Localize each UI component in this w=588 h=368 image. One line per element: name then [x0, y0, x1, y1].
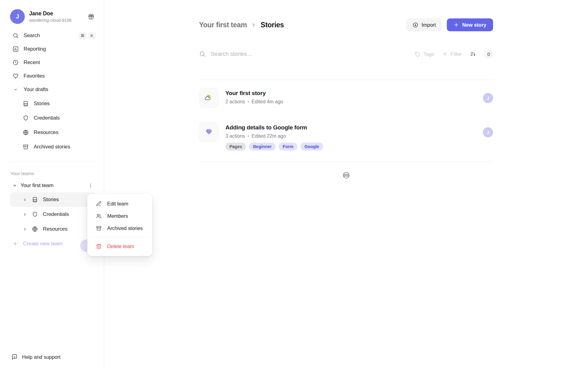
archive-icon [23, 144, 29, 150]
globe-icon [23, 129, 29, 136]
tags-label: Tags [423, 51, 434, 57]
teams-section-label: Your teams [10, 171, 96, 176]
chevron-right-icon [251, 22, 256, 28]
stories-toolbar: Tags Filter 0 [199, 47, 493, 61]
sidebar-item-label: Resources [34, 129, 96, 136]
pencil-icon [96, 201, 102, 207]
archive-icon [96, 225, 102, 231]
main-area: Your first team Stories Import N [104, 0, 588, 368]
story-edited-time: Edited 22m ago [252, 133, 286, 139]
page-title: Stories [261, 21, 284, 29]
sidebar-item-drafts-archived[interactable]: Archived stories [10, 140, 96, 154]
sidebar-item-reporting[interactable]: Reporting [10, 42, 96, 56]
story-thumbnail [199, 122, 219, 142]
purple-heart-icon [204, 127, 214, 137]
sidebar-item-drafts-resources[interactable]: Resources [10, 125, 96, 140]
meta-dot [248, 136, 249, 137]
chevron-right-icon[interactable] [23, 198, 27, 202]
story-row-your-first-story[interactable]: Your first story 2 actions Edited 4m ago… [199, 80, 493, 114]
sun-behind-cloud-icon [204, 93, 214, 103]
team-options-kebab-icon[interactable] [86, 181, 96, 190]
menu-item-label: Edit team [107, 201, 128, 207]
new-story-button[interactable]: New story [447, 18, 493, 31]
tag-form[interactable]: Form [279, 143, 297, 151]
loading-spinner-icon [342, 171, 350, 179]
sort-icon[interactable] [470, 51, 476, 57]
team-name: Your first team [21, 182, 82, 189]
filter-lines-icon [442, 51, 448, 57]
plus-icon [454, 22, 459, 28]
gift-icon[interactable] [87, 12, 96, 21]
menu-item-archived-stories[interactable]: Archived stories [87, 222, 152, 234]
filter-button[interactable]: Filter [442, 51, 462, 57]
sidebar-item-label: Archived stories [34, 144, 96, 150]
menu-item-delete-team[interactable]: Delete team [87, 240, 152, 252]
workspace-name: wandering-cloud-9106 [29, 18, 82, 23]
story-title: Your first story [225, 90, 476, 97]
menu-item-edit-team[interactable]: Edit team [87, 197, 152, 210]
tag-pages[interactable]: Pages [225, 143, 246, 151]
users-icon [96, 213, 102, 219]
user-avatar[interactable]: J [10, 9, 25, 24]
sidebar-item-team-resources[interactable]: Resources [10, 222, 96, 236]
sidebar-item-label: Favorites [24, 73, 96, 79]
story-row-adding-details-google-form[interactable]: Adding details to Google form 3 actions … [199, 114, 493, 157]
story-tags: Pages Beginner Form Google [225, 143, 476, 151]
tags-filter-button[interactable]: Tags [415, 51, 434, 57]
sidebar-item-label: Search [24, 33, 74, 39]
trash-icon [96, 243, 102, 249]
sidebar-item-label: Stories [34, 101, 96, 107]
sidebar-item-team-stories[interactable]: Stories [10, 192, 96, 207]
story-owner-avatar[interactable]: J [483, 127, 493, 137]
import-label: Import [421, 22, 436, 28]
team-context-menu: Edit team Members Archived stories Delet… [87, 194, 152, 256]
search-stories-input[interactable] [211, 51, 415, 57]
sidebar-item-drafts-stories[interactable]: Stories [10, 96, 96, 111]
sidebar-item-recent[interactable]: Recent [10, 56, 96, 69]
sidebar-divider [10, 161, 96, 162]
chevron-right-icon[interactable] [23, 213, 27, 217]
story-meta: 2 actions Edited 4m ago [225, 99, 476, 105]
import-button[interactable]: Import [406, 18, 442, 31]
shield-icon [32, 211, 38, 217]
story-owner-avatar[interactable]: J [483, 93, 493, 103]
menu-item-members[interactable]: Members [87, 210, 152, 222]
help-chat-icon [11, 354, 17, 360]
meta-dot [248, 101, 249, 102]
download-circle-icon [413, 22, 418, 28]
heart-icon [13, 73, 19, 79]
sidebar-item-label: Recent [24, 59, 96, 66]
sidebar-item-label: Your drafts [24, 86, 96, 93]
user-account-row[interactable]: J Jane Doe wandering-cloud-9106 [10, 9, 96, 24]
shield-icon [23, 115, 29, 121]
story-thumbnail [199, 88, 219, 108]
sidebar-item-label: Credentials [34, 115, 96, 121]
user-name: Jane Doe [29, 10, 82, 17]
filter-label: Filter [450, 51, 462, 57]
breadcrumb-team-link[interactable]: Your first team [199, 21, 247, 29]
globe-icon [32, 226, 38, 232]
k-key: K [88, 32, 96, 39]
book-icon [23, 101, 29, 107]
menu-item-label: Archived stories [107, 225, 143, 231]
help-and-support-button[interactable]: Help and support [10, 354, 96, 360]
clock-icon [13, 59, 19, 66]
sidebar-item-your-first-team[interactable]: Your first team [10, 179, 96, 192]
sidebar-item-drafts-credentials[interactable]: Credentials [10, 111, 96, 125]
menu-item-label: Delete team [107, 243, 134, 249]
list-divider [199, 162, 493, 162]
sidebar-item-team-credentials[interactable]: Credentials [10, 207, 96, 222]
sidebar-item-search[interactable]: Search ⌘ K [10, 29, 96, 42]
book-icon [32, 197, 38, 203]
sidebar: J Jane Doe wandering-cloud-9106 Search ⌘… [0, 0, 104, 368]
sidebar-item-your-drafts[interactable]: Your drafts [10, 83, 96, 96]
bar-chart-icon [13, 46, 19, 52]
search-icon [199, 51, 206, 57]
tag-beginner[interactable]: Beginner [249, 143, 276, 151]
sidebar-item-favorites[interactable]: Favorites [10, 69, 96, 83]
create-team-label: Create new team [23, 241, 62, 247]
tag-google[interactable]: Google [300, 143, 323, 151]
count-badge[interactable]: 0 [484, 50, 493, 59]
story-actions-count: 2 actions [225, 99, 245, 105]
chevron-right-icon[interactable] [23, 227, 27, 231]
